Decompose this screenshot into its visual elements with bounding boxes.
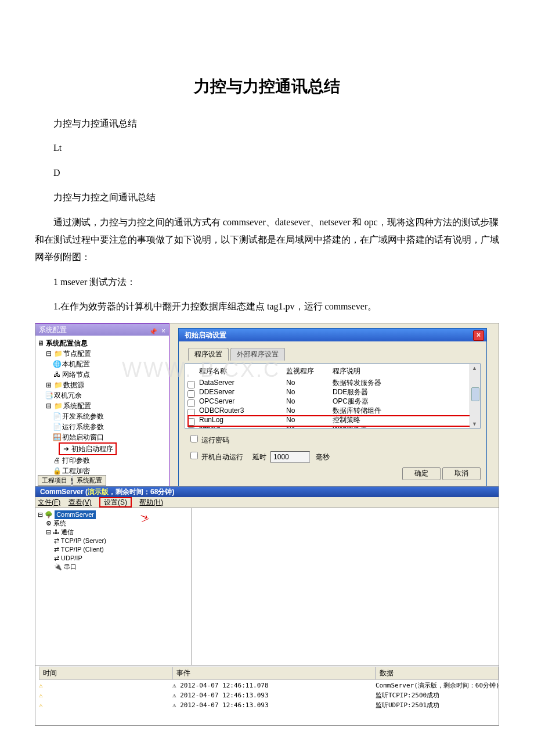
commserver-right-pane: [192, 508, 499, 665]
commserver-menu[interactable]: 文件(F) 查看(V) 设置(S) 帮助(H) ↘: [35, 497, 499, 508]
tree-start-program[interactable]: 初始启动程序: [71, 445, 113, 453]
startup-dialog: 初始启动设置 × 程序设置 外部程序设置 程序名称 监视程序 程序说明: [178, 328, 487, 486]
config-tree[interactable]: 🖥系统配置信息 ⊟📁节点配置 🌐本机配置 🖧网络节点 ⊞📁数据源 📑双机冗余 ⊟…: [35, 336, 169, 486]
dialog-title-bar: 初始启动设置 ×: [179, 329, 486, 341]
commserver-title-bar: CommServer (演示版，剩余时间：68分钟): [35, 487, 499, 497]
log-row: ⚠ 2012-04-07 12:46:13.093监听TCPIP:2500成功: [35, 690, 499, 700]
program-list-row[interactable]: ODBCRouter3No数据库转储组件: [185, 406, 480, 416]
log-time: ⚠ 2012-04-07 12:46:13.093: [172, 701, 376, 709]
cs-tree-tcp-server[interactable]: TCP/IP (Server): [61, 537, 106, 544]
program-list-row[interactable]: OPCServerNoOPC服务器: [185, 397, 480, 406]
tab-sysconfig[interactable]: 系统配置: [73, 475, 106, 486]
tab-external-program[interactable]: 外部程序设置: [230, 348, 285, 361]
log-col-data: 数据: [376, 667, 499, 680]
config-tree-panel: 系统配置 📌 × 🖥系统配置信息 ⊟📁节点配置 🌐本机配置 🖧网络节点 ⊞📁数据…: [35, 323, 169, 486]
commserver-tree[interactable]: ⊟ 🌳 CommServer ⚙ 系统 ⊟ 🖧 通信 ⇄ TCP/IP (Ser…: [35, 508, 192, 665]
tree-start-window[interactable]: 初始启动窗口: [62, 433, 104, 441]
panel-title-bar: 系统配置 📌 ×: [35, 324, 169, 336]
program-list-row[interactable]: DDEServerNoDDE服务器: [185, 388, 480, 397]
tree-encrypt[interactable]: 工程加密: [62, 467, 90, 475]
cancel-button[interactable]: 取消: [442, 467, 481, 480]
dialog-options: 运行密码: [188, 433, 481, 445]
cs-tree-comm[interactable]: 通信: [61, 528, 74, 535]
col-monitor: 监视程序: [286, 366, 333, 376]
pin-icon[interactable]: 📌: [149, 326, 156, 333]
para-7: 1.在作为效劳器的计算机中翻开力控数据库组态建点 tag1.pv，运行 comm…: [35, 298, 499, 315]
cs-tree-root[interactable]: CommServer: [55, 510, 96, 519]
para-4: 力控与力控之间通讯总结: [35, 189, 499, 206]
log-time: ⚠ 2012-04-07 12:46:11.078: [172, 682, 376, 689]
cs-tree-system[interactable]: 系统: [53, 520, 66, 527]
tree-node-config[interactable]: 节点配置: [63, 350, 91, 358]
cs-title-demo: 演示版: [88, 488, 109, 496]
dialog-close-button[interactable]: ×: [473, 330, 484, 341]
para-3: D: [35, 164, 499, 182]
cs-tree-tcp-client[interactable]: TCP/IP (Client): [61, 546, 104, 553]
log-event: CommServer(演示版，剩余时间：60分钟): [376, 681, 500, 690]
para-2: Lt: [35, 139, 499, 157]
program-row-checkbox[interactable]: [187, 427, 195, 429]
para-1: 力控与力控通讯总结: [35, 115, 499, 132]
autorun-label: 开机自动运行: [201, 453, 243, 461]
cs-title-b: ，剩余时间：68分钟): [109, 488, 174, 496]
program-row-desc: OPC服务器: [333, 398, 449, 406]
run-password-check[interactable]: 运行密码: [188, 433, 229, 445]
col-desc: 程序说明: [333, 366, 449, 376]
program-row-monitor: No: [286, 388, 333, 397]
tree-datasource[interactable]: 数据源: [63, 381, 84, 389]
tree-sysconfig[interactable]: 系统配置: [63, 402, 91, 410]
log-event: 监听TCPIP:2500成功: [376, 691, 499, 700]
cs-title-a: CommServer (: [40, 488, 88, 496]
tree-local[interactable]: 本机配置: [62, 360, 90, 368]
program-list-row[interactable]: DataServerNo数据转发服务器: [185, 379, 480, 388]
program-list[interactable]: 程序名称 监视程序 程序说明 DataServerNo数据转发服务器DDESer…: [185, 363, 481, 429]
scrollbar-thumb[interactable]: [471, 387, 479, 401]
program-row-monitor: No: [286, 379, 333, 387]
screenshot-block: 系统配置 📌 × 🖥系统配置信息 ⊟📁节点配置 🌐本机配置 🖧网络节点 ⊞📁数据…: [35, 323, 499, 726]
log-col-event: 事件: [172, 667, 376, 680]
tab-project[interactable]: 工程项目: [38, 475, 71, 486]
menu-settings[interactable]: 设置(S): [99, 497, 132, 507]
commserver-body: ⊟ 🌳 CommServer ⚙ 系统 ⊟ 🖧 通信 ⇄ TCP/IP (Ser…: [35, 508, 499, 665]
menu-help[interactable]: 帮助(H): [139, 498, 163, 506]
delay-label: 延时: [252, 453, 266, 461]
tab-program-setup[interactable]: 程序设置: [188, 348, 229, 361]
program-list-row[interactable]: RunLogNo控制策略: [185, 416, 480, 425]
log-row: ⚠ 2012-04-07 12:46:11.078CommServer(演示版，…: [35, 681, 499, 690]
screenshot-system-config: 系统配置 📌 × 🖥系统配置信息 ⊟📁节点配置 🌐本机配置 🖧网络节点 ⊞📁数据…: [35, 323, 499, 486]
program-row-desc: 数据库转储组件: [333, 407, 449, 415]
program-row-monitor: No: [286, 407, 333, 415]
close-icon[interactable]: ×: [161, 325, 165, 337]
program-row-checkbox[interactable]: [187, 418, 195, 426]
log-time: ⚠ 2012-04-07 12:46:13.093: [172, 692, 376, 699]
tree-print[interactable]: 打印参数: [62, 456, 90, 465]
dialog-tabs[interactable]: 程序设置 外部程序设置: [188, 347, 481, 360]
panel-bottom-tabs[interactable]: 工程项目 系统配置: [38, 475, 106, 486]
program-list-row[interactable]: httpsvrNoWeb服务器: [185, 425, 480, 429]
program-row-checkbox[interactable]: [187, 390, 195, 398]
cs-tree-udp[interactable]: UDP/IP: [61, 555, 82, 561]
tree-redundancy[interactable]: 双机冗余: [54, 391, 82, 399]
program-list-header: 程序名称 监视程序 程序说明: [185, 364, 480, 379]
dialog-body: 程序设置 外部程序设置 程序名称 监视程序 程序说明 DataServerNo数…: [179, 341, 486, 486]
delay-input[interactable]: [270, 451, 310, 463]
log-header: 时间 事件 数据: [35, 666, 499, 681]
tree-network-node[interactable]: 网络节点: [62, 370, 90, 379]
scrollbar[interactable]: [470, 364, 480, 428]
ok-button[interactable]: 确定: [402, 467, 441, 480]
log-col-time: 时间: [39, 667, 172, 680]
program-row-checkbox[interactable]: [187, 409, 195, 416]
tree-run-params[interactable]: 运行系统参数: [62, 423, 104, 431]
document-page: 力控与力控通讯总结 力控与力控通讯总结 Lt D 力控与力控之间通讯总结 通过测…: [0, 0, 534, 749]
tree-root[interactable]: 系统配置信息: [46, 339, 88, 347]
program-row-checkbox[interactable]: [187, 381, 195, 388]
cs-tree-serial[interactable]: 串口: [64, 563, 77, 570]
tree-dev-params[interactable]: 开发系统参数: [62, 412, 104, 420]
menu-file[interactable]: 文件(F): [38, 498, 60, 506]
log-row: ⚠ 2012-04-07 12:46:13.093监听UDPIP:2501成功: [35, 700, 499, 710]
para-6: 1 msever 测试方法：: [35, 273, 499, 291]
dialog-title: 初始启动设置: [185, 331, 226, 339]
program-row-checkbox[interactable]: [187, 399, 195, 407]
menu-view[interactable]: 查看(V): [68, 498, 92, 506]
autorun-check[interactable]: 开机自动运行: [188, 450, 243, 462]
